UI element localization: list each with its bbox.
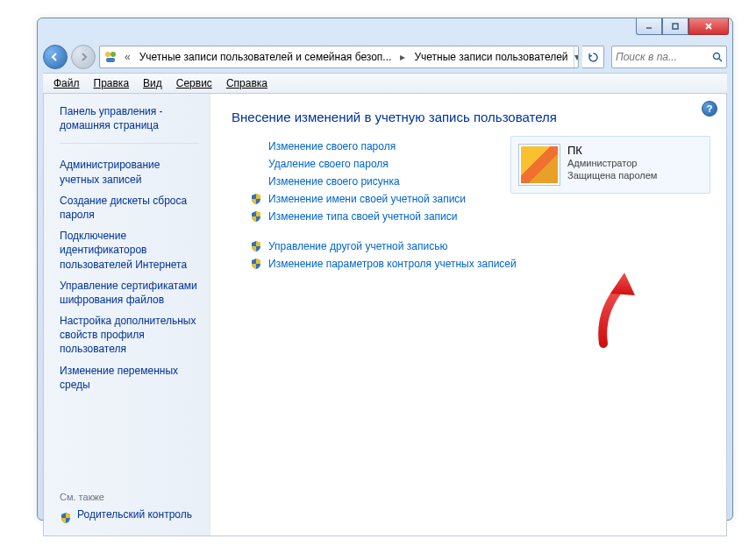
shield-icon	[249, 193, 263, 205]
action-link[interactable]: Изменение своего рисунка	[268, 175, 400, 188]
address-dropdown[interactable]: ▾	[574, 46, 579, 67]
svg-rect-6	[106, 58, 115, 62]
parental-controls-link[interactable]: Родительский контроль	[77, 507, 192, 521]
user-password-status: Защищена паролем	[567, 169, 657, 181]
search-box[interactable]	[611, 46, 727, 68]
svg-point-5	[111, 52, 116, 57]
menu-file[interactable]: Файл	[46, 75, 87, 91]
refresh-button[interactable]	[582, 46, 604, 68]
action-row: Изменение параметров контроля учетных за…	[249, 258, 710, 270]
sidebar-link[interactable]: Подключение идентификаторов пользователе…	[60, 229, 199, 272]
menu-view[interactable]: Вид	[136, 75, 169, 91]
action-link[interactable]: Управление другой учетной записью	[268, 240, 447, 252]
action-row: Изменение имени своей учетной записи	[249, 193, 710, 205]
shield-icon	[250, 193, 262, 205]
forward-button[interactable]	[71, 45, 96, 69]
shield-icon	[250, 240, 262, 252]
action-link[interactable]: Изменение типа своей учетной записи	[268, 210, 457, 223]
svg-point-4	[105, 52, 111, 57]
sidebar-link[interactable]: Управление сертификатами шифрования файл…	[60, 279, 199, 307]
chevron-right-icon: «	[121, 51, 134, 63]
location-icon	[103, 50, 118, 64]
action-row: Управление другой учетной записью	[249, 240, 710, 252]
menu-bar: Файл Правка Вид Сервис Справка	[43, 73, 727, 94]
page-heading: Внесение изменений в учетную запись поль…	[232, 110, 710, 124]
menu-tools[interactable]: Сервис	[169, 75, 219, 91]
sidebar: Панель управления - домашняя страница Ад…	[44, 94, 210, 535]
maximize-button[interactable]	[662, 18, 688, 35]
search-icon[interactable]	[709, 52, 726, 63]
titlebar	[38, 18, 732, 43]
avatar	[518, 144, 560, 186]
shield-icon	[249, 240, 263, 252]
sidebar-link[interactable]: Изменение переменных среды	[60, 364, 199, 392]
action-row: Изменение типа своей учетной записи	[249, 210, 710, 223]
shield-icon	[249, 258, 263, 270]
breadcrumb-segment[interactable]: Учетные записи пользователей и семейная …	[134, 46, 397, 67]
see-also-label: См. также	[60, 492, 199, 502]
shield-icon	[60, 512, 72, 524]
action-link[interactable]: Изменение своего пароля	[268, 140, 396, 152]
sidebar-link[interactable]: Создание дискеты сброса пароля	[60, 194, 199, 222]
shield-icon	[250, 210, 262, 223]
breadcrumb-segment[interactable]: Учетные записи пользователей	[409, 46, 573, 67]
svg-rect-1	[673, 24, 678, 29]
close-button[interactable]	[688, 18, 729, 35]
search-input[interactable]	[612, 51, 709, 63]
back-button[interactable]	[43, 45, 68, 69]
address-bar[interactable]: « Учетные записи пользователей и семейна…	[99, 46, 579, 68]
control-panel-home-link[interactable]: Панель управления - домашняя страница	[60, 104, 199, 132]
action-link[interactable]: Изменение параметров контроля учетных за…	[268, 258, 517, 270]
svg-line-8	[719, 59, 722, 61]
chevron-right-icon: ▸	[396, 51, 409, 63]
user-account-card[interactable]: ПК Администратор Защищена паролем	[510, 136, 710, 194]
nav-bar: « Учетные записи пользователей и семейна…	[43, 43, 727, 71]
minimize-button[interactable]	[636, 18, 662, 35]
shield-icon	[249, 210, 263, 223]
help-icon[interactable]: ?	[702, 101, 717, 117]
user-role: Администратор	[567, 157, 657, 169]
annotation-arrow	[586, 269, 647, 348]
action-link[interactable]: Удаление своего пароля	[268, 158, 389, 170]
menu-help[interactable]: Справка	[219, 75, 275, 91]
shield-icon	[250, 258, 262, 270]
content-pane: ? Внесение изменений в учетную запись по…	[210, 94, 726, 535]
sidebar-link[interactable]: Настройка дополнительных свойств профиля…	[60, 314, 199, 357]
sidebar-link[interactable]: Администрирование учетных записей	[60, 158, 199, 186]
user-name: ПК	[567, 144, 657, 157]
menu-edit[interactable]: Правка	[87, 75, 137, 91]
svg-point-7	[713, 53, 719, 59]
action-link[interactable]: Изменение имени своей учетной записи	[268, 193, 466, 205]
